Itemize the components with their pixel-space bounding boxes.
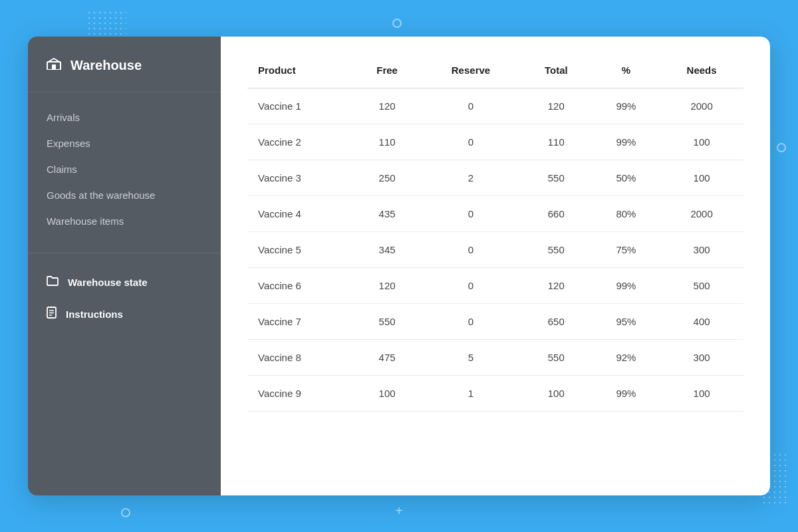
sidebar-header: Warehouse: [28, 37, 221, 92]
col-total: Total: [520, 58, 593, 88]
col-percent: %: [593, 58, 660, 88]
cell-free: 100: [352, 376, 422, 412]
cell-free: 120: [352, 268, 422, 304]
bg-circle-top: [392, 19, 402, 28]
cell-free: 110: [352, 124, 422, 160]
cell-percent: 99%: [593, 268, 660, 304]
sidebar-item-warehouse-items[interactable]: Warehouse items: [28, 208, 221, 234]
cell-needs: 300: [660, 340, 743, 376]
cell-percent: 50%: [593, 160, 660, 196]
table-row: Vaccine 3250255050%100: [247, 160, 743, 196]
col-product: Product: [247, 58, 352, 88]
cell-free: 345: [352, 232, 422, 268]
cell-reserve: 0: [422, 196, 520, 232]
bg-circle-right: [777, 143, 786, 152]
cell-percent: 92%: [593, 340, 660, 376]
cell-needs: 300: [660, 232, 743, 268]
cell-needs: 400: [660, 304, 743, 340]
cell-product: Vaccine 7: [247, 304, 352, 340]
sidebar-divider: [28, 253, 221, 253]
cell-free: 475: [352, 340, 422, 376]
cell-product: Vaccine 1: [247, 88, 352, 124]
bg-plus-symbol: +: [395, 503, 403, 519]
cell-percent: 99%: [593, 376, 660, 412]
sidebar-item-claims[interactable]: Claims: [28, 156, 221, 182]
cell-reserve: 0: [422, 124, 520, 160]
cell-product: Vaccine 4: [247, 196, 352, 232]
sidebar-section: Warehouse state Instructions: [28, 260, 221, 337]
cell-total: 120: [520, 88, 593, 124]
cell-percent: 99%: [593, 88, 660, 124]
sidebar-item-goods[interactable]: Goods at the warehouse: [28, 182, 221, 208]
col-free: Free: [352, 58, 422, 88]
cell-reserve: 0: [422, 268, 520, 304]
sidebar-item-expenses[interactable]: Expenses: [28, 130, 221, 156]
cell-needs: 100: [660, 124, 743, 160]
cell-product: Vaccine 8: [247, 340, 352, 376]
cell-reserve: 0: [422, 304, 520, 340]
cell-free: 550: [352, 304, 422, 340]
table-row: Vaccine 1120012099%2000: [247, 88, 743, 124]
cell-reserve: 0: [422, 232, 520, 268]
cell-reserve: 0: [422, 88, 520, 124]
sidebar-item-instructions[interactable]: Instructions: [28, 298, 221, 331]
cell-needs: 100: [660, 160, 743, 196]
folder-icon: [47, 275, 59, 289]
cell-needs: 2000: [660, 88, 743, 124]
table-container: Product Free Reserve Total % Needs Vacci…: [221, 37, 770, 495]
cell-total: 550: [520, 232, 593, 268]
table-row: Vaccine 8475555092%300: [247, 340, 743, 376]
cell-product: Vaccine 6: [247, 268, 352, 304]
table-header-row: Product Free Reserve Total % Needs: [247, 58, 743, 88]
table-row: Vaccine 4435066080%2000: [247, 196, 743, 232]
warehouse-state-label: Warehouse state: [68, 277, 147, 288]
cell-free: 435: [352, 196, 422, 232]
sidebar-nav: Arrivals Expenses Claims Goods at the wa…: [28, 92, 221, 246]
cell-product: Vaccine 3: [247, 160, 352, 196]
cell-total: 660: [520, 196, 593, 232]
main-content: Product Free Reserve Total % Needs Vacci…: [221, 37, 770, 495]
svg-rect-1: [52, 65, 56, 70]
cell-percent: 95%: [593, 304, 660, 340]
cell-percent: 99%: [593, 124, 660, 160]
cell-reserve: 2: [422, 160, 520, 196]
instructions-label: Instructions: [66, 309, 123, 320]
cell-product: Vaccine 5: [247, 232, 352, 268]
cell-product: Vaccine 9: [247, 376, 352, 412]
cell-total: 120: [520, 268, 593, 304]
sidebar-title: Warehouse: [70, 58, 142, 73]
bg-dots-decoration: [86, 10, 126, 37]
table-body: Vaccine 1120012099%2000Vaccine 211001109…: [247, 88, 743, 412]
data-table: Product Free Reserve Total % Needs Vacci…: [247, 58, 743, 412]
cell-free: 120: [352, 88, 422, 124]
cell-percent: 75%: [593, 232, 660, 268]
col-needs: Needs: [660, 58, 743, 88]
bg-circle-bottom-left: [121, 508, 130, 517]
cell-total: 650: [520, 304, 593, 340]
cell-needs: 100: [660, 376, 743, 412]
table-row: Vaccine 9100110099%100: [247, 376, 743, 412]
table-row: Vaccine 2110011099%100: [247, 124, 743, 160]
sidebar: Warehouse Arrivals Expenses Claims Goods…: [28, 37, 221, 495]
cell-total: 550: [520, 340, 593, 376]
table-row: Vaccine 7550065095%400: [247, 304, 743, 340]
table-row: Vaccine 5345055075%300: [247, 232, 743, 268]
col-reserve: Reserve: [422, 58, 520, 88]
cell-reserve: 5: [422, 340, 520, 376]
cell-free: 250: [352, 160, 422, 196]
table-row: Vaccine 6120012099%500: [247, 268, 743, 304]
warehouse-icon: [47, 58, 61, 73]
sidebar-item-warehouse-state[interactable]: Warehouse state: [28, 267, 221, 298]
cell-total: 100: [520, 376, 593, 412]
main-container: Warehouse Arrivals Expenses Claims Goods…: [28, 37, 770, 495]
cell-total: 550: [520, 160, 593, 196]
cell-reserve: 1: [422, 376, 520, 412]
cell-percent: 80%: [593, 196, 660, 232]
cell-product: Vaccine 2: [247, 124, 352, 160]
sidebar-item-arrivals[interactable]: Arrivals: [28, 104, 221, 130]
document-icon: [47, 307, 57, 322]
cell-total: 110: [520, 124, 593, 160]
table-header: Product Free Reserve Total % Needs: [247, 58, 743, 88]
cell-needs: 2000: [660, 196, 743, 232]
cell-needs: 500: [660, 268, 743, 304]
